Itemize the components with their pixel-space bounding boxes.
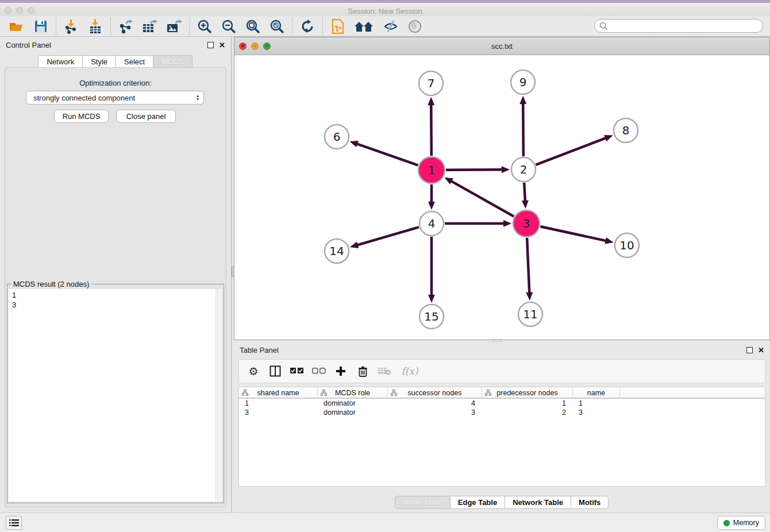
- table-cell[interactable]: 3: [388, 408, 482, 417]
- node-9[interactable]: 9: [511, 70, 535, 94]
- cyndex-home-button[interactable]: [353, 18, 375, 35]
- table-cell[interactable]: 1: [239, 399, 318, 408]
- memory-button[interactable]: Memory: [717, 516, 765, 530]
- zoom-fit-button[interactable]: [244, 18, 261, 35]
- table-cell[interactable]: dominator: [318, 399, 388, 408]
- column-header-predecessor-nodes[interactable]: predecessor nodes: [482, 387, 573, 399]
- edge-2-9[interactable]: [523, 103, 523, 156]
- run-mcds-button[interactable]: Run MCDS: [54, 110, 109, 123]
- edge-1-7[interactable]: [431, 105, 432, 156]
- table-row[interactable]: 1dominator411: [239, 399, 765, 408]
- table-cell[interactable]: 1: [573, 399, 620, 408]
- table-cell[interactable]: 4: [388, 399, 482, 408]
- eye-slash-icon: [383, 20, 398, 33]
- node-11[interactable]: 11: [518, 302, 542, 326]
- function-builder-button[interactable]: f(x): [399, 364, 421, 379]
- open-folder-icon: [9, 20, 24, 33]
- export-table-button[interactable]: [141, 18, 159, 35]
- node-7[interactable]: 7: [419, 71, 443, 95]
- ndex-document-icon: [332, 19, 344, 34]
- memory-label: Memory: [733, 519, 759, 527]
- node-1[interactable]: 1: [418, 157, 445, 183]
- save-session-button[interactable]: [32, 18, 49, 35]
- svg-text:10: 10: [619, 238, 634, 252]
- select-all-button[interactable]: [290, 364, 305, 379]
- task-history-button[interactable]: [6, 516, 22, 530]
- search-input[interactable]: [608, 20, 763, 32]
- zoom-selected-button[interactable]: [268, 18, 286, 35]
- column-header-shared-name[interactable]: shared name: [239, 387, 318, 399]
- export-image-button[interactable]: [165, 18, 183, 35]
- close-panel-button[interactable]: Close panel: [116, 110, 176, 123]
- node-3[interactable]: 3: [513, 210, 540, 237]
- table-cell[interactable]: 1: [482, 399, 573, 408]
- tab-motifs[interactable]: Motifs: [571, 496, 609, 509]
- create-column-button[interactable]: [333, 364, 348, 379]
- close-panel-icon[interactable]: ✕: [758, 346, 764, 354]
- node-8[interactable]: 8: [614, 118, 638, 142]
- deselect-all-button[interactable]: [311, 364, 326, 379]
- tab-network[interactable]: Network: [38, 55, 83, 68]
- zoom-in-button[interactable]: [196, 18, 213, 35]
- edge-2-3[interactable]: [524, 183, 525, 201]
- edge-1-6[interactable]: [357, 144, 418, 165]
- import-table-button[interactable]: [87, 18, 104, 35]
- edge-3-1[interactable]: [451, 181, 514, 217]
- delete-column-button[interactable]: [355, 364, 370, 379]
- apply-layout-button[interactable]: [299, 18, 316, 35]
- node-6[interactable]: 6: [325, 125, 349, 149]
- edge-3-11[interactable]: [527, 238, 529, 293]
- table-settings-button[interactable]: ⚙: [246, 364, 261, 379]
- tab-node-table[interactable]: Node Table: [395, 496, 451, 509]
- float-panel-icon[interactable]: [746, 347, 753, 353]
- edge-2-8[interactable]: [536, 138, 606, 165]
- edge-3-10[interactable]: [540, 226, 606, 241]
- node-table[interactable]: shared nameMCDS rolesuccessor nodesprede…: [238, 387, 765, 487]
- table-cell[interactable]: 3: [573, 408, 620, 417]
- table-cell[interactable]: 2: [482, 408, 573, 417]
- node-4[interactable]: 4: [419, 211, 444, 236]
- export-network-button[interactable]: [117, 18, 134, 35]
- table-cell[interactable]: dominator: [318, 408, 388, 417]
- tab-select[interactable]: Select: [116, 55, 153, 68]
- open-session-button[interactable]: [8, 18, 25, 35]
- column-header-successor-nodes[interactable]: successor nodes: [388, 387, 482, 399]
- tab-mcds[interactable]: MCDS: [153, 55, 192, 68]
- node-15[interactable]: 15: [419, 304, 444, 329]
- show-columns-button[interactable]: [268, 364, 283, 379]
- tab-edge-table[interactable]: Edge Table: [450, 496, 505, 509]
- toolbar-separator: [189, 18, 190, 35]
- node-10[interactable]: 10: [615, 233, 639, 257]
- zoom-out-button[interactable]: [220, 18, 237, 35]
- node-14[interactable]: 14: [325, 239, 349, 263]
- column-header-name[interactable]: name: [573, 387, 620, 399]
- mcds-result-title: MCDS result (2 nodes): [11, 280, 91, 288]
- svg-text:6: 6: [333, 130, 341, 144]
- edge-1-2[interactable]: [446, 169, 502, 170]
- tab-style[interactable]: Style: [82, 55, 116, 68]
- select-stepper-icon: ▴▾: [197, 94, 199, 101]
- app-titlebar: Session: New Session: [0, 3, 770, 16]
- optimization-criterion-select[interactable]: strongly connected component ▴▾: [26, 91, 204, 105]
- edge-4-14[interactable]: [357, 227, 419, 245]
- delete-table-button[interactable]: [377, 364, 392, 379]
- zoom-fit-icon: [245, 19, 260, 34]
- close-panel-icon[interactable]: ✕: [219, 41, 225, 49]
- network-graph[interactable]: 7968124314101511: [234, 55, 769, 340]
- tab-network-table[interactable]: Network Table: [505, 496, 571, 509]
- list-icon: [9, 519, 19, 527]
- table-cell[interactable]: 3: [239, 408, 318, 417]
- column-header-mcds-role[interactable]: MCDS role: [318, 387, 388, 399]
- level-of-detail-button[interactable]: [382, 18, 399, 35]
- app-title: Session: New Session: [0, 7, 770, 16]
- svg-text:1: 1: [428, 163, 436, 177]
- result-scrollbar[interactable]: [215, 289, 222, 502]
- float-panel-icon[interactable]: [207, 42, 214, 48]
- birds-eye-view-button[interactable]: [406, 18, 424, 35]
- import-network-button[interactable]: [63, 18, 80, 35]
- table-row[interactable]: 3dominator323: [239, 408, 765, 417]
- mcds-result-text[interactable]: 1 3: [9, 289, 217, 502]
- node-2[interactable]: 2: [511, 157, 536, 182]
- open-in-ndex-button[interactable]: [329, 18, 346, 35]
- zoom-selected-icon: [270, 19, 284, 34]
